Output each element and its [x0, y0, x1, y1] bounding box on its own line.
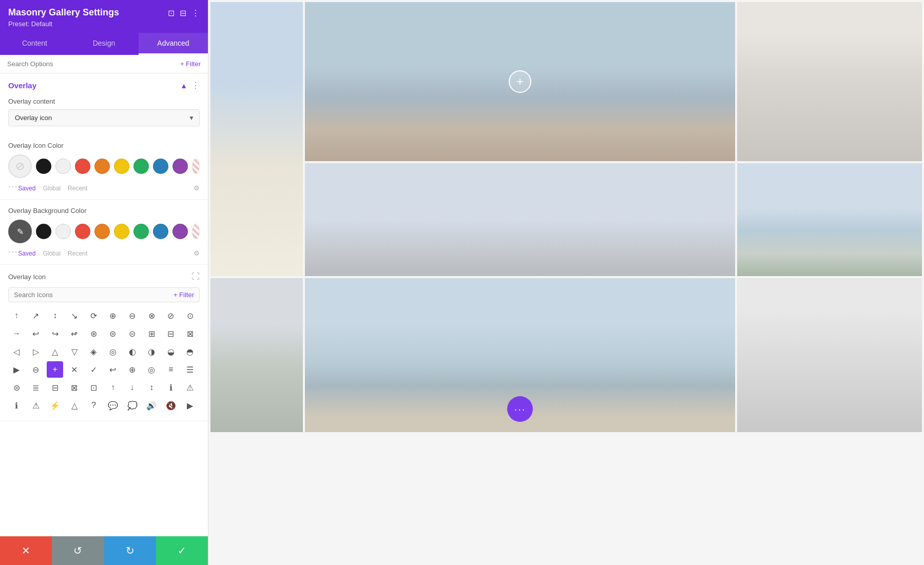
icon-cell[interactable]: △: [66, 397, 83, 414]
filter-button[interactable]: + Filter: [180, 60, 201, 68]
color-dot-blue[interactable]: [153, 159, 168, 174]
color-swatch-bg-transparent[interactable]: ✎: [8, 220, 32, 243]
responsive-icon[interactable]: ⊡: [168, 8, 175, 18]
cancel-button[interactable]: ✕: [0, 536, 52, 565]
icon-cell[interactable]: ⚡: [47, 397, 63, 414]
recent-tab-1[interactable]: Recent: [68, 185, 87, 192]
bg-color-dot-red[interactable]: [75, 224, 90, 239]
bg-color-dot-yellow[interactable]: [114, 224, 129, 239]
icon-cell[interactable]: ◈: [85, 343, 102, 360]
icon-cell[interactable]: ▽: [66, 343, 83, 360]
icon-cell[interactable]: △: [47, 343, 63, 360]
bg-color-dot-black[interactable]: [36, 224, 51, 239]
icon-cell[interactable]: ◒: [163, 343, 179, 360]
icon-cell[interactable]: ▶: [182, 397, 198, 414]
icon-cell[interactable]: 💭: [124, 397, 141, 414]
icon-cell[interactable]: ↘: [66, 307, 83, 324]
overlay-menu-icon[interactable]: ⋮: [191, 81, 200, 90]
gallery-item-window[interactable]: [737, 278, 922, 432]
icon-cell[interactable]: ▶: [8, 361, 25, 378]
saved-tab-1[interactable]: Saved: [18, 185, 35, 192]
icon-cell[interactable]: ⊕: [124, 361, 141, 378]
icon-cell[interactable]: ⊟: [163, 325, 179, 342]
gallery-item-misty[interactable]: [305, 163, 735, 276]
icon-cell[interactable]: ◓: [182, 343, 198, 360]
icon-cell[interactable]: ⊙: [182, 307, 198, 324]
icon-cell[interactable]: ⊝: [124, 325, 141, 342]
icon-cell[interactable]: →: [8, 325, 25, 342]
icon-cell[interactable]: ⊕: [105, 307, 121, 324]
bg-color-dot-orange[interactable]: [94, 224, 110, 239]
icon-cell[interactable]: ⚠: [182, 379, 198, 396]
gallery-item-sea[interactable]: [737, 163, 922, 276]
icon-cell[interactable]: ↗: [28, 307, 44, 324]
bg-color-dot-blue[interactable]: [153, 224, 168, 239]
global-tab-2[interactable]: Global: [43, 250, 61, 257]
color-dot-clear[interactable]: [192, 159, 200, 174]
icon-cell[interactable]: ⊠: [182, 325, 198, 342]
icon-cell[interactable]: ☰: [182, 361, 198, 378]
icon-cell[interactable]: ↑: [8, 307, 25, 324]
icon-cell[interactable]: ⚠: [28, 397, 44, 414]
bg-color-dot-purple[interactable]: [172, 224, 188, 239]
fullscreen-icon[interactable]: ⛶: [191, 272, 200, 281]
icon-cell[interactable]: ?: [85, 397, 102, 414]
overlay-content-select[interactable]: Overlay icon None Title Description: [8, 109, 200, 126]
icon-cell[interactable]: ↩: [28, 325, 44, 342]
icon-cell[interactable]: ⊘: [163, 307, 179, 324]
color-dot-orange[interactable]: [94, 159, 110, 174]
icon-cell[interactable]: ◎: [143, 361, 160, 378]
bg-color-dot-green[interactable]: [133, 224, 149, 239]
color-dot-purple[interactable]: [172, 159, 188, 174]
icon-cell[interactable]: ℹ: [163, 379, 179, 396]
icon-cell[interactable]: ⊜: [105, 325, 121, 342]
icon-cell[interactable]: ✓: [85, 361, 102, 378]
more-icon[interactable]: ⋮: [191, 8, 200, 18]
icon-cell[interactable]: ⊖: [124, 307, 141, 324]
icon-cell[interactable]: ⟳: [85, 307, 102, 324]
icon-cell[interactable]: ⊛: [85, 325, 102, 342]
icon-filter-button[interactable]: + Filter: [174, 291, 194, 299]
tab-advanced[interactable]: Advanced: [139, 33, 208, 55]
color-dot-black[interactable]: [36, 159, 51, 174]
tab-content[interactable]: Content: [0, 33, 69, 55]
tab-design[interactable]: Design: [69, 33, 139, 55]
icon-cell[interactable]: ⊞: [143, 325, 160, 342]
gallery-item-couch[interactable]: [737, 2, 922, 161]
overlay-collapse-icon[interactable]: ▲: [180, 82, 187, 90]
icon-cell[interactable]: ✕: [66, 361, 83, 378]
gallery-item-beach[interactable]: [210, 2, 303, 276]
layout-icon[interactable]: ⊟: [180, 8, 186, 18]
save-button[interactable]: ✓: [156, 536, 208, 565]
icon-cell[interactable]: ℹ: [8, 397, 25, 414]
icon-cell[interactable]: ↩: [105, 361, 121, 378]
icon-cell[interactable]: ⊗: [143, 307, 160, 324]
saved-tab-2[interactable]: Saved: [18, 250, 35, 257]
icon-cell[interactable]: ↪: [47, 325, 63, 342]
color-more-icon[interactable]: ···: [8, 182, 18, 191]
color-settings-icon-2[interactable]: ⚙: [194, 249, 200, 257]
icon-cell[interactable]: ≡: [163, 361, 179, 378]
icon-cell[interactable]: ◐: [124, 343, 141, 360]
icon-cell[interactable]: ⊖: [28, 361, 44, 378]
gallery-item-dock[interactable]: ···: [305, 278, 735, 432]
icon-cell-selected[interactable]: +: [47, 361, 63, 378]
icon-cell[interactable]: ↕: [47, 307, 63, 324]
color-dot-yellow[interactable]: [114, 159, 129, 174]
icon-cell[interactable]: ◑: [143, 343, 160, 360]
icon-cell[interactable]: 🔇: [163, 397, 179, 414]
icon-cell[interactable]: ◎: [105, 343, 121, 360]
icon-cell[interactable]: 💬: [105, 397, 121, 414]
color-dot-green[interactable]: [133, 159, 149, 174]
bg-color-dot-clear[interactable]: [192, 224, 200, 239]
gallery-item-rope[interactable]: [210, 278, 303, 432]
icon-cell[interactable]: ⊠: [66, 379, 83, 396]
icon-search-input[interactable]: [14, 291, 170, 299]
icon-cell[interactable]: ◁: [8, 343, 25, 360]
icon-cell[interactable]: ↑: [105, 379, 121, 396]
icon-cell[interactable]: ⊟: [47, 379, 63, 396]
bg-color-dot-white[interactable]: [55, 224, 71, 239]
icon-cell[interactable]: ≣: [28, 379, 44, 396]
icon-cell[interactable]: ▷: [28, 343, 44, 360]
global-tab-1[interactable]: Global: [43, 185, 61, 192]
